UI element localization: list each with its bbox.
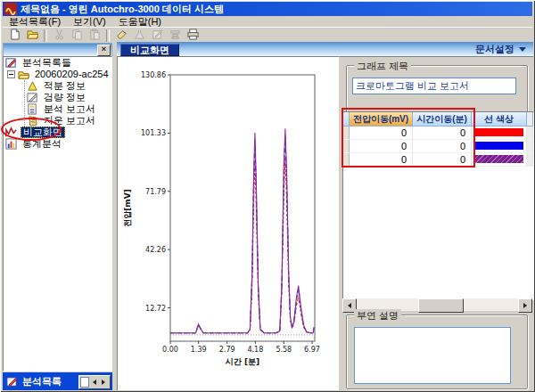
paste-icon <box>89 29 101 42</box>
tree-item-label: 분석목록들 <box>21 57 73 69</box>
line-color-cell[interactable] <box>472 140 527 153</box>
folder-open-button[interactable] <box>23 29 41 43</box>
deleted-report-icon <box>27 115 39 127</box>
table-row[interactable]: 00 <box>343 127 533 140</box>
cut-icon <box>54 29 65 42</box>
note-group: 부연 설명 <box>346 314 528 389</box>
doc-new-button[interactable] <box>5 29 23 43</box>
svg-text:130.86: 130.86 <box>141 71 166 79</box>
svg-text:12.72: 12.72 <box>145 305 166 313</box>
menu-bar: 분석목록(F)보기(V)도움말(H) <box>3 16 532 27</box>
paste-button <box>86 29 103 43</box>
svg-text:42.26: 42.26 <box>145 246 166 254</box>
voltage-shift-cell[interactable]: 0 <box>350 140 413 153</box>
dropdown-icon <box>519 47 526 52</box>
row-stub <box>343 127 350 140</box>
line-color-cell[interactable] <box>472 153 527 167</box>
tree-item-label: 적분 정보 <box>42 80 87 92</box>
cut-button <box>50 29 68 43</box>
graph-title-input[interactable] <box>352 78 516 94</box>
svg-text:1.39: 1.39 <box>191 346 207 354</box>
time-shift-cell[interactable]: 0 <box>413 153 472 167</box>
line-color-swatch <box>474 142 523 150</box>
row-stub <box>343 140 350 153</box>
voltage-shift-cell[interactable]: 0 <box>350 127 413 140</box>
folder-open-icon <box>27 29 38 42</box>
table-header-row: 전압이동(mV)시간이동(분)선 색상 <box>343 112 533 127</box>
sidebar-header: × <box>3 43 112 57</box>
eraser-icon <box>116 29 128 42</box>
close-icon[interactable]: × <box>97 45 111 56</box>
flask-button <box>130 29 148 43</box>
svg-text:4.18: 4.18 <box>247 346 263 354</box>
tree-item-calibration-info[interactable]: 검량 정보 <box>4 92 111 103</box>
scrollbar-thumb[interactable] <box>418 298 464 313</box>
svg-text:0.00: 0.00 <box>162 346 178 354</box>
voltage-shift-cell[interactable]: 0 <box>350 153 413 167</box>
tree-item-label: 검량 정보 <box>42 92 87 103</box>
folder-icon <box>18 69 30 80</box>
tree-item-statistics[interactable]: 통계분석 <box>4 138 111 150</box>
application-window: 제목없음 - 영린 Autochro-3000 데이터 시스템 분석목록(F)보… <box>0 0 535 392</box>
row-filler <box>527 140 533 153</box>
toolbar-separator <box>44 29 47 42</box>
tree-item-label: 분석 보고서 <box>42 103 97 115</box>
flask-icon <box>134 29 145 42</box>
calibration-info-icon <box>27 92 39 103</box>
col-time-shift-header[interactable]: 시간이동(분) <box>413 112 472 127</box>
expander-minus-icon[interactable] <box>7 70 15 78</box>
scroll-right-icon[interactable] <box>518 298 532 313</box>
tree-guide-line <box>24 80 25 127</box>
chromatogram-chart: 130.86101.3371.7942.2612.720.001.392.794… <box>118 57 339 392</box>
tree-item-compare-view[interactable]: 비교화면 <box>4 127 111 138</box>
tab-pager-sliver <box>80 377 89 388</box>
document-settings-button[interactable]: 문서설정 <box>475 44 526 54</box>
menu-analysis-list[interactable]: 분석목록(F) <box>3 16 67 27</box>
time-shift-cell[interactable]: 0 <box>413 140 472 153</box>
tab-pager <box>78 375 111 389</box>
table-row[interactable]: 00 <box>343 140 533 153</box>
tree-item-folder[interactable]: 20060209-ac254 <box>4 69 111 80</box>
svg-text:6.97: 6.97 <box>304 346 320 354</box>
line-color-cell[interactable] <box>472 127 527 140</box>
tree-item-integration-info[interactable]: 적분 정보 <box>4 80 111 92</box>
compare-view-icon <box>5 127 18 138</box>
sidebar-tab-bar: 분석목록 <box>3 372 112 390</box>
view-title-badge: 비교화면 <box>120 44 179 56</box>
row-filler <box>527 127 533 140</box>
settings-panel: 그래프 제목 전압이동(mV)시간이동(분)선 색상000000 부연 설명 <box>340 56 533 390</box>
tree-item-deleted-report[interactable]: 지운 보고서 <box>4 115 111 127</box>
graph-title-group-label: 그래프 제목 <box>354 60 411 73</box>
tree-item-label: 20060209-ac254 <box>33 69 111 80</box>
shift-table: 전압이동(mV)시간이동(분)선 색상000000 <box>342 111 534 300</box>
row-filler <box>527 153 533 167</box>
col-line-color-header[interactable]: 선 색상 <box>472 112 527 127</box>
svg-text:5.58: 5.58 <box>276 346 292 354</box>
note-group-label: 부연 설명 <box>354 309 401 323</box>
tree-item-analysis-list[interactable]: 분석목록들 <box>4 57 111 69</box>
tab-analysis-list[interactable]: 분석목록 <box>22 375 62 388</box>
tab-scroll-left-icon[interactable] <box>90 377 99 388</box>
row-stub <box>343 153 350 167</box>
analysis-list-icon <box>5 57 18 69</box>
calibration-edit-button <box>148 29 166 43</box>
chart-panel: 130.86101.3371.7942.2612.720.001.392.794… <box>117 56 339 390</box>
eraser-button[interactable] <box>112 29 130 43</box>
table-row[interactable]: 00 <box>343 153 533 167</box>
printer-icon <box>187 29 199 42</box>
tree-item-label: 통계분석 <box>21 138 63 150</box>
tree-item-label: 비교화면 <box>21 127 65 138</box>
main-header: 비교화면 문서설정 <box>117 42 533 57</box>
analysis-report-icon <box>27 103 39 115</box>
menu-help[interactable]: 도움말(H) <box>112 16 168 27</box>
line-color-swatch <box>474 128 523 136</box>
col-voltage-shift-header[interactable]: 전압이동(mV) <box>350 112 413 127</box>
report-view-icon <box>169 29 181 42</box>
note-textarea[interactable] <box>354 327 511 384</box>
printer-button[interactable] <box>184 29 202 43</box>
tab-scroll-right-icon[interactable] <box>99 377 108 388</box>
time-shift-cell[interactable]: 0 <box>413 127 472 140</box>
menu-view[interactable]: 보기(V) <box>67 16 112 27</box>
sidebar: × 분석목록들20060209-ac254적분 정보검량 정보분석 보고서지운 … <box>2 42 113 390</box>
tree-item-analysis-report[interactable]: 분석 보고서 <box>4 103 111 115</box>
